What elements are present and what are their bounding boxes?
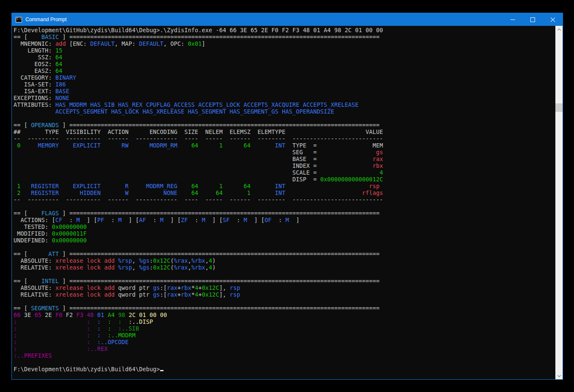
text-segment: :..REX bbox=[87, 345, 108, 352]
text-segment: rbx bbox=[317, 162, 383, 169]
console-line: RELATIVE: xrelease lock add %rsp, %gs:0x… bbox=[14, 264, 555, 271]
text-segment: ] [ bbox=[122, 217, 139, 223]
text-segment: rbx bbox=[181, 284, 191, 291]
text-segment: rflags bbox=[286, 189, 383, 196]
text-segment: DEFAULT bbox=[90, 40, 115, 47]
text-segment: :..OPCODE bbox=[97, 339, 129, 345]
maximize-button[interactable] bbox=[523, 13, 543, 26]
text-segment: rsp bbox=[230, 291, 240, 298]
text-segment bbox=[17, 325, 87, 332]
text-segment: , bbox=[188, 264, 191, 271]
text-segment: ) bbox=[212, 264, 216, 271]
text-segment: :..MODRM bbox=[108, 332, 136, 339]
console-line: SCALE = 4 bbox=[14, 169, 555, 176]
title-bar[interactable]: C:\ Command Prompt bbox=[12, 13, 563, 26]
text-segment: :..DISP bbox=[129, 318, 153, 325]
text-segment: : bbox=[14, 325, 17, 332]
text-segment: ] bbox=[202, 40, 205, 47]
console-line: EOSZ: 64 bbox=[14, 61, 555, 67]
text-segment: M bbox=[118, 217, 122, 223]
scroll-down-button[interactable] bbox=[555, 372, 563, 379]
window-controls bbox=[503, 13, 563, 26]
text-segment: qword ptr bbox=[115, 291, 153, 298]
text-segment bbox=[115, 257, 118, 264]
text-segment: BASE = bbox=[14, 156, 317, 162]
text-segment: ] [ bbox=[164, 217, 181, 223]
text-segment: ATT bbox=[31, 250, 59, 257]
text-segment: 64 bbox=[55, 61, 62, 67]
text-segment: ABSOLUTE: bbox=[14, 257, 55, 264]
text-segment: gs bbox=[153, 291, 160, 298]
text-segment: ZF bbox=[181, 217, 188, 223]
console-line: SEG = gs bbox=[14, 149, 555, 156]
scrollbar-thumb[interactable] bbox=[555, 103, 563, 112]
text-segment: F2 bbox=[62, 311, 76, 318]
text-segment: : bbox=[188, 217, 202, 223]
text-segment: : bbox=[150, 257, 153, 264]
console-line: ACCEPTS_SEGMENT HAS_LOCK HAS_XRELEASE HA… bbox=[14, 108, 555, 115]
text-segment: %gs bbox=[139, 264, 150, 271]
text-segment: ] [ bbox=[205, 217, 223, 223]
text-segment: SEG = bbox=[14, 149, 317, 156]
text-segment: ] [ bbox=[247, 217, 264, 223]
text-segment bbox=[90, 325, 97, 332]
text-segment bbox=[101, 325, 108, 332]
window-title: Command Prompt bbox=[25, 17, 67, 22]
text-segment: A4 bbox=[108, 311, 114, 318]
text-segment bbox=[83, 311, 87, 318]
text-segment: AF bbox=[139, 217, 146, 223]
console-line: : : : : :..SIB bbox=[14, 325, 555, 332]
text-segment: MEMORY EXPLICIT RW MODRM_RM bbox=[20, 142, 177, 149]
text-segment: rax bbox=[167, 284, 177, 291]
minimize-button[interactable] bbox=[503, 13, 523, 26]
text-segment: 64 1 64 bbox=[177, 142, 251, 149]
text-segment: 98 bbox=[118, 311, 125, 318]
text-segment: , MAP: bbox=[115, 40, 139, 47]
text-segment: * bbox=[191, 284, 195, 291]
console-line: SSZ: 64 bbox=[14, 54, 555, 61]
text-segment: == [ bbox=[14, 250, 31, 257]
text-segment: EXCEPTIONS: bbox=[14, 95, 55, 101]
text-segment: == [ bbox=[14, 305, 31, 311]
text-segment: : bbox=[104, 217, 118, 223]
text-segment: 4 bbox=[195, 284, 198, 291]
text-segment: 4 bbox=[195, 291, 198, 298]
text-segment: 0 bbox=[14, 142, 20, 149]
text-segment bbox=[101, 332, 108, 339]
console-line: == [ SEGMENTS ] ========================… bbox=[14, 305, 555, 311]
close-button[interactable] bbox=[543, 13, 563, 26]
text-segment: %rbx bbox=[191, 257, 205, 264]
text-segment: BINARY bbox=[55, 74, 76, 81]
console-line: 1 REGISTER EXPLICIT R MODRM_REG 64 1 64 … bbox=[14, 183, 555, 189]
console-line: : : : :..MODRM bbox=[14, 332, 555, 339]
text-segment: %rax bbox=[174, 264, 188, 271]
console-line: -- --------- ---------- ------ ---------… bbox=[14, 196, 555, 203]
text-segment: ] bbox=[289, 217, 299, 223]
text-segment: == [ bbox=[14, 33, 31, 40]
text-segment: ] ======================================… bbox=[59, 122, 380, 128]
console-line: RELATIVE: xrelease lock add qword ptr gs… bbox=[14, 291, 555, 298]
text-segment: ] ======================================… bbox=[59, 278, 380, 284]
console-line: EASZ: 64 bbox=[14, 67, 555, 74]
console-line: ACTIONS: [CF : M ] [PF : M ] [AF : M ] [… bbox=[14, 217, 555, 223]
text-segment: INT bbox=[251, 183, 286, 189]
scroll-up-button[interactable] bbox=[555, 26, 563, 33]
text-segment: TESTED: bbox=[14, 223, 52, 230]
text-segment: , bbox=[132, 264, 139, 271]
text-segment: ABSOLUTE: bbox=[14, 284, 55, 291]
minimize-icon bbox=[510, 19, 515, 20]
console-line: LENGTH: 15 bbox=[14, 47, 555, 54]
console-output[interactable]: F:\Development\GitHub\zydis\Build64\Debu… bbox=[12, 26, 555, 379]
console-line: DISP = 0x000000000000012C bbox=[14, 176, 555, 183]
text-segment: ] ======================================… bbox=[59, 210, 380, 217]
text-segment: SSZ: bbox=[14, 54, 55, 61]
text-segment: 4 bbox=[209, 257, 212, 264]
text-segment: 4 bbox=[317, 169, 383, 176]
text-segment: , bbox=[205, 264, 209, 271]
text-segment bbox=[90, 318, 97, 325]
vertical-scrollbar[interactable] bbox=[555, 26, 563, 379]
console-line bbox=[14, 359, 555, 366]
text-segment: xrelease lock add bbox=[55, 257, 115, 264]
text-segment: F:\Development\GitHub\zydis\Build64\Debu… bbox=[14, 27, 383, 33]
text-segment: ] ======================================… bbox=[59, 305, 380, 311]
